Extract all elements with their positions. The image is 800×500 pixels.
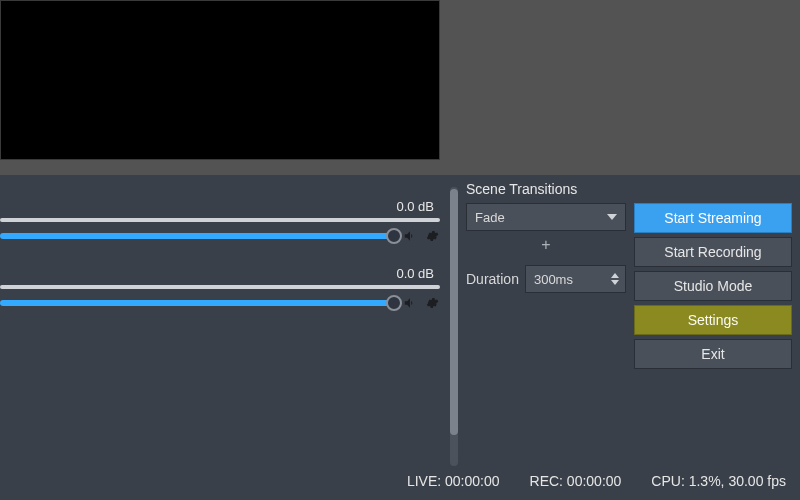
transition-select-value: Fade — [475, 210, 505, 225]
audio-channel: 0.0 dB — [0, 266, 440, 311]
start-recording-button[interactable]: Start Recording — [634, 237, 792, 267]
controls-panel: Start Streaming Start Recording Studio M… — [634, 181, 792, 472]
scene-transitions-title: Scene Transitions — [466, 181, 626, 197]
preview-empty — [440, 0, 800, 175]
settings-button[interactable]: Settings — [634, 305, 792, 335]
audio-mixer-panel: 0.0 dB 0.0 — [0, 181, 458, 472]
duration-label: Duration — [466, 271, 519, 287]
volume-slider-knob[interactable] — [386, 295, 402, 311]
volume-slider-knob[interactable] — [386, 228, 402, 244]
volume-slider[interactable] — [0, 233, 394, 239]
audio-meter — [0, 285, 440, 289]
gear-icon[interactable] — [424, 228, 440, 244]
transition-select[interactable]: Fade — [466, 203, 626, 231]
preview-area — [0, 0, 800, 175]
duration-spinner[interactable]: 300ms — [525, 265, 626, 293]
spinner-down-icon[interactable] — [611, 280, 619, 285]
exit-button[interactable]: Exit — [634, 339, 792, 369]
gear-icon[interactable] — [424, 295, 440, 311]
status-cpu: CPU: 1.3%, 30.00 fps — [651, 473, 786, 489]
preview-canvas[interactable] — [0, 0, 440, 160]
speaker-icon[interactable] — [402, 295, 418, 311]
add-transition-button[interactable]: + — [466, 235, 626, 255]
scene-transitions-panel: Scene Transitions Fade + Duration 300ms — [466, 181, 626, 472]
audio-db-readout: 0.0 dB — [0, 266, 440, 281]
audio-db-readout: 0.0 dB — [0, 199, 440, 214]
volume-slider[interactable] — [0, 300, 394, 306]
status-rec: REC: 00:00:00 — [530, 473, 622, 489]
duration-value: 300ms — [534, 272, 573, 287]
chevron-down-icon — [607, 214, 617, 220]
status-bar: LIVE: 00:00:00 REC: 00:00:00 CPU: 1.3%, … — [0, 472, 800, 500]
audio-channel: 0.0 dB — [0, 199, 440, 244]
speaker-icon[interactable] — [402, 228, 418, 244]
audio-meter — [0, 218, 440, 222]
scrollbar-thumb[interactable] — [450, 189, 458, 435]
start-streaming-button[interactable]: Start Streaming — [634, 203, 792, 233]
status-live: LIVE: 00:00:00 — [407, 473, 500, 489]
mixer-scrollbar[interactable] — [450, 187, 458, 466]
studio-mode-button[interactable]: Studio Mode — [634, 271, 792, 301]
spinner-up-icon[interactable] — [611, 273, 619, 278]
